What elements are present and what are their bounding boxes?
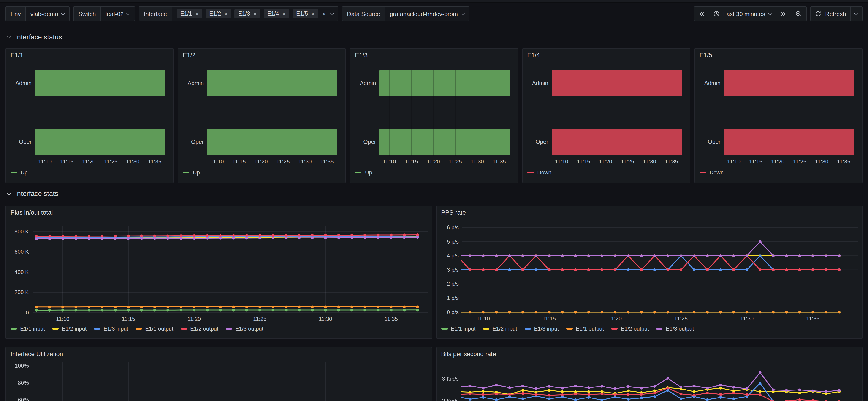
gridline — [584, 69, 584, 156]
row-label-oper: Oper — [6, 129, 32, 155]
section-interface-status[interactable]: Interface status — [7, 33, 62, 41]
interface-tag[interactable]: E1/3 × — [235, 9, 260, 18]
gridline — [606, 69, 606, 156]
x-tick-label: 11:25 — [272, 158, 294, 165]
legend[interactable]: Up — [10, 169, 28, 176]
time-controls: Last 30 minutes Refresh — [694, 6, 863, 21]
panel-e1-5: E1/5 Admin Oper 11:1011:1511:2011:2511:3… — [694, 48, 863, 183]
x-tick-label: 11:15 — [56, 158, 78, 165]
gridline — [844, 69, 844, 156]
var-switch: Switch leaf-02 — [73, 6, 135, 21]
clear-all-icon[interactable]: × — [321, 10, 327, 17]
panel-title[interactable]: E1/5 — [700, 52, 712, 59]
gridline — [67, 69, 67, 156]
legend-item-e1-1-input[interactable]: E1/1 input — [441, 326, 475, 332]
interface-tag[interactable]: E1/2 × — [206, 9, 231, 18]
panel-title[interactable]: E1/4 — [527, 52, 540, 59]
legend-dot — [611, 328, 618, 330]
interface-tag[interactable]: E1/1 × — [177, 9, 203, 18]
legend-dot — [524, 328, 531, 330]
panel-title[interactable]: E1/2 — [183, 52, 195, 59]
time-shift-forward-button[interactable] — [777, 7, 791, 21]
gridline — [477, 69, 478, 156]
close-icon[interactable]: × — [224, 11, 228, 17]
x-tick-label: 11:10 — [723, 158, 745, 165]
legend[interactable]: Down — [527, 169, 551, 176]
section-interface-stats[interactable]: Interface stats — [7, 189, 58, 197]
refresh-interval-dropdown[interactable] — [850, 7, 862, 21]
row-label-admin: Admin — [350, 70, 376, 96]
panel-title[interactable]: Bits per second rate — [441, 351, 496, 358]
svg-text:11:30: 11:30 — [319, 316, 332, 322]
close-icon[interactable]: × — [253, 11, 257, 17]
stats-panels-row: Pkts in/out total 0200 K400 K600 K800 K1… — [5, 206, 863, 339]
admin-state-bar — [35, 70, 165, 96]
legend-item-e1-3-input[interactable]: E1/3 input — [94, 326, 128, 332]
panel-title[interactable]: PPS rate — [441, 209, 466, 216]
oper-state-bar — [35, 129, 165, 155]
switch-select[interactable]: leaf-02 — [101, 7, 135, 21]
legend-label: E1/1 output — [576, 326, 604, 332]
gridline — [411, 69, 412, 156]
chevron-down-icon — [460, 10, 465, 15]
time-shift-back-button[interactable] — [694, 7, 709, 21]
svg-text:2 Kib/s: 2 Kib/s — [442, 398, 459, 401]
legend[interactable]: Down — [700, 169, 723, 176]
close-icon[interactable]: × — [311, 11, 314, 17]
legend-item-e1-3-output[interactable]: E1/3 output — [226, 326, 264, 332]
interface-tag[interactable]: E1/5 × — [292, 9, 318, 18]
panel-bits-rate: Bits per second rate 3 Kib/s2 Kib/s — [436, 347, 863, 401]
datasource-select[interactable]: grafanacloud-hhdev-prom — [385, 7, 469, 21]
row-label-admin: Admin — [178, 70, 204, 96]
zoom-out-button[interactable] — [791, 7, 806, 21]
gridline — [155, 69, 155, 156]
oper-state-bar — [207, 129, 337, 155]
x-tick-label: 11:10 — [206, 158, 228, 165]
admin-state-bar — [207, 70, 337, 96]
panel-title[interactable]: E1/1 — [10, 52, 23, 59]
gridline — [261, 69, 261, 156]
svg-text:11:10: 11:10 — [476, 315, 490, 321]
legend-item-e1-2-input[interactable]: E1/2 input — [52, 326, 87, 332]
legend-item-e1-1-output[interactable]: E1/1 output — [135, 326, 173, 332]
legend-item-e1-3-output[interactable]: E1/3 output — [656, 326, 694, 332]
legend-label: E1/3 output — [235, 326, 264, 332]
x-tick-label: 11:35 — [833, 158, 855, 165]
legend-item-e1-1-input[interactable]: E1/1 input — [10, 326, 45, 332]
x-tick-label: 11:25 — [789, 158, 811, 165]
legend-dot — [183, 172, 189, 174]
oper-state-bar — [724, 129, 854, 155]
x-tick-label: 11:25 — [100, 158, 122, 165]
svg-text:11:15: 11:15 — [542, 315, 556, 321]
close-icon[interactable]: × — [282, 11, 286, 17]
refresh-button[interactable]: Refresh — [811, 7, 850, 21]
legend-item-e1-2-output[interactable]: E1/2 output — [181, 326, 218, 332]
legend-item-e1-2-input[interactable]: E1/2 input — [483, 326, 517, 332]
panel-title[interactable]: E1/3 — [355, 52, 368, 59]
panel-title[interactable]: Pkts in/out total — [10, 209, 53, 216]
close-icon[interactable]: × — [195, 11, 199, 17]
time-range-picker[interactable]: Last 30 minutes — [709, 7, 777, 21]
legend-dot — [700, 172, 706, 174]
section-title: Interface status — [15, 33, 62, 41]
gridline — [390, 69, 390, 156]
bottom-panels-row: Interface Utilization 100%80%60% Bits pe… — [5, 347, 863, 401]
legend-item-e1-1-output[interactable]: E1/1 output — [566, 326, 604, 332]
legend-item-e1-2-output[interactable]: E1/2 output — [611, 326, 649, 332]
legend[interactable]: Up — [183, 169, 200, 176]
env-select[interactable]: vlab-demo — [26, 7, 69, 21]
svg-text:6 p/s: 6 p/s — [446, 224, 459, 230]
legend-label: Up — [365, 169, 372, 176]
x-tick-label: 11:15 — [745, 158, 767, 165]
svg-text:200 K: 200 K — [14, 289, 29, 295]
gridline — [734, 69, 734, 156]
interface-tag[interactable]: E1/4 × — [264, 9, 289, 18]
panel-title[interactable]: Interface Utilization — [10, 351, 63, 358]
interface-multiselect[interactable]: E1/1 × E1/2 × E1/3 × E1/4 × E1/5 × — [172, 7, 338, 21]
gridline — [433, 69, 434, 156]
legend-label: E1/2 output — [621, 326, 649, 332]
legend-dot — [566, 328, 572, 330]
x-tick-label: 11:30 — [466, 158, 488, 165]
legend-item-e1-3-input[interactable]: E1/3 input — [524, 326, 559, 332]
legend[interactable]: Up — [355, 169, 372, 176]
